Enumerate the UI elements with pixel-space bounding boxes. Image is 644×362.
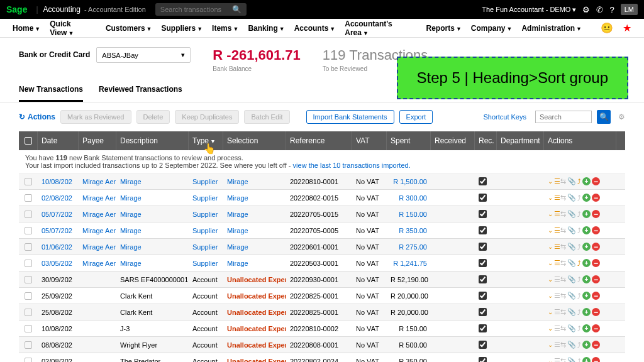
header-reference[interactable]: Reference bbox=[286, 131, 352, 150]
row-date[interactable]: 30/09/202 bbox=[38, 272, 79, 287]
row-department[interactable] bbox=[497, 190, 544, 206]
add-icon[interactable]: + bbox=[582, 308, 591, 316]
row-type[interactable]: Supplier bbox=[189, 239, 223, 255]
row-vat[interactable]: No VAT bbox=[352, 206, 387, 222]
attach-icon[interactable]: 📎 bbox=[567, 243, 576, 251]
header-vat[interactable]: VAT bbox=[352, 131, 387, 150]
header-selection[interactable]: Selection bbox=[223, 131, 286, 150]
row-payee[interactable]: Mirage Aer bbox=[79, 190, 116, 206]
row-selection[interactable]: Unallocated Expense bbox=[223, 304, 286, 320]
batch-edit-button[interactable]: Batch Edit bbox=[244, 110, 289, 124]
row-vat[interactable]: No VAT bbox=[352, 190, 387, 206]
expand-icon[interactable]: ⌄ bbox=[548, 243, 553, 250]
row-selection[interactable]: Unallocated Expense bbox=[223, 353, 286, 362]
row-payee[interactable] bbox=[79, 337, 116, 353]
row-date[interactable]: 02/08/202 bbox=[38, 353, 79, 362]
row-reference[interactable]: 20220802-0024 bbox=[286, 353, 352, 362]
share-icon[interactable]: ⤴ bbox=[577, 325, 581, 332]
row-type[interactable]: Account bbox=[189, 288, 223, 304]
row-date[interactable]: 02/08/202 bbox=[38, 190, 79, 206]
bars-icon[interactable]: ☰ bbox=[554, 194, 559, 202]
row-reference[interactable]: 20220802-0015 bbox=[286, 190, 352, 206]
row-rec[interactable] bbox=[475, 353, 497, 362]
row-date[interactable]: 08/08/202 bbox=[38, 337, 79, 353]
bars-icon[interactable]: ☰ bbox=[554, 292, 559, 300]
row-department[interactable] bbox=[497, 206, 544, 222]
share-icon[interactable]: ⤴ bbox=[577, 243, 581, 251]
star-icon[interactable]: ★ bbox=[623, 22, 631, 34]
row-rec[interactable] bbox=[475, 190, 497, 206]
row-department[interactable] bbox=[497, 304, 544, 320]
row-checkbox[interactable] bbox=[25, 325, 32, 332]
row-checkbox[interactable] bbox=[25, 178, 32, 185]
menu-quickview[interactable]: Quick View▼ bbox=[50, 19, 96, 37]
row-selection[interactable]: Unallocated Expense bbox=[223, 272, 286, 287]
row-type[interactable]: Account bbox=[189, 337, 223, 353]
settings-icon[interactable]: ⚙ bbox=[618, 112, 625, 121]
row-checkbox[interactable] bbox=[25, 341, 32, 349]
row-description[interactable]: The Predator bbox=[116, 353, 189, 362]
import-button[interactable]: Import Bank Statements bbox=[306, 110, 394, 124]
swap-icon[interactable]: ⇆ bbox=[560, 292, 566, 300]
add-icon[interactable]: + bbox=[582, 243, 591, 251]
swap-icon[interactable]: ⇆ bbox=[560, 226, 566, 234]
row-reference[interactable]: 20220825-0001 bbox=[286, 304, 352, 320]
row-reference[interactable]: 20220810-0001 bbox=[286, 173, 352, 189]
bars-icon[interactable]: ☰ bbox=[554, 177, 559, 185]
row-checkbox[interactable] bbox=[25, 194, 32, 202]
bars-icon[interactable]: ☰ bbox=[554, 275, 559, 283]
share-icon[interactable]: ⤴ bbox=[577, 260, 581, 267]
table-search-button[interactable]: 🔍 bbox=[597, 110, 611, 124]
swap-icon[interactable]: ⇆ bbox=[560, 341, 566, 349]
row-rec[interactable] bbox=[475, 321, 497, 336]
row-date[interactable]: 25/08/202 bbox=[38, 304, 79, 320]
row-reference[interactable]: 20220705-0005 bbox=[286, 222, 352, 238]
header-payee[interactable]: Payee bbox=[79, 131, 116, 150]
row-type[interactable]: Account bbox=[189, 353, 223, 362]
share-icon[interactable]: ⤴ bbox=[577, 292, 581, 300]
bars-icon[interactable]: ☰ bbox=[554, 226, 559, 234]
row-rec[interactable] bbox=[475, 337, 497, 353]
swap-icon[interactable]: ⇆ bbox=[560, 275, 566, 283]
attach-icon[interactable]: 📎 bbox=[567, 292, 576, 300]
attach-icon[interactable]: 📎 bbox=[567, 210, 576, 218]
header-spent[interactable]: Spent bbox=[387, 131, 431, 150]
row-checkbox[interactable] bbox=[25, 260, 32, 267]
row-selection[interactable]: Unallocated Expense bbox=[223, 321, 286, 336]
row-department[interactable] bbox=[497, 173, 544, 189]
keep-duplicates-button[interactable]: Keep Duplicates bbox=[175, 110, 239, 124]
shortcut-keys-link[interactable]: Shortcut Keys bbox=[484, 113, 526, 121]
row-rec[interactable] bbox=[475, 239, 497, 255]
expand-icon[interactable]: ⌄ bbox=[548, 325, 553, 332]
row-department[interactable] bbox=[497, 321, 544, 336]
bars-icon[interactable]: ☰ bbox=[554, 357, 559, 362]
row-reference[interactable]: 20220810-0002 bbox=[286, 321, 352, 336]
table-search-input[interactable] bbox=[535, 111, 592, 123]
header-department[interactable]: Department bbox=[497, 131, 544, 150]
row-checkbox[interactable] bbox=[25, 309, 32, 316]
swap-icon[interactable]: ⇆ bbox=[560, 194, 566, 202]
header-description[interactable]: Description bbox=[116, 131, 189, 150]
row-type[interactable]: Supplier bbox=[189, 222, 223, 238]
row-checkbox[interactable] bbox=[25, 227, 32, 234]
mark-reviewed-button[interactable]: Mark as Reviewed bbox=[60, 110, 131, 124]
row-date[interactable]: 10/08/202 bbox=[38, 321, 79, 336]
remove-icon[interactable]: − bbox=[592, 357, 600, 362]
expand-icon[interactable]: ⌄ bbox=[548, 341, 553, 348]
remove-icon[interactable]: − bbox=[592, 324, 600, 332]
row-description[interactable]: Mirage bbox=[116, 190, 189, 206]
row-description[interactable]: SARS EF4000000001 824 bbox=[116, 272, 189, 287]
row-date[interactable]: 03/05/202 bbox=[38, 255, 79, 271]
row-payee[interactable]: Mirage Aer bbox=[79, 255, 116, 271]
remove-icon[interactable]: − bbox=[592, 194, 600, 202]
menu-admin[interactable]: Administration▼ bbox=[521, 24, 582, 33]
row-vat[interactable]: No VAT bbox=[352, 337, 387, 353]
add-icon[interactable]: + bbox=[582, 341, 591, 349]
row-reference[interactable]: 20220503-0001 bbox=[286, 255, 352, 271]
row-type[interactable]: Supplier bbox=[189, 190, 223, 206]
remove-icon[interactable]: − bbox=[592, 226, 600, 234]
row-selection[interactable]: Unallocated Expense bbox=[223, 337, 286, 353]
header-received[interactable]: Received bbox=[431, 131, 475, 150]
global-search-input[interactable] bbox=[160, 6, 230, 13]
row-description[interactable]: Mirage bbox=[116, 173, 189, 189]
